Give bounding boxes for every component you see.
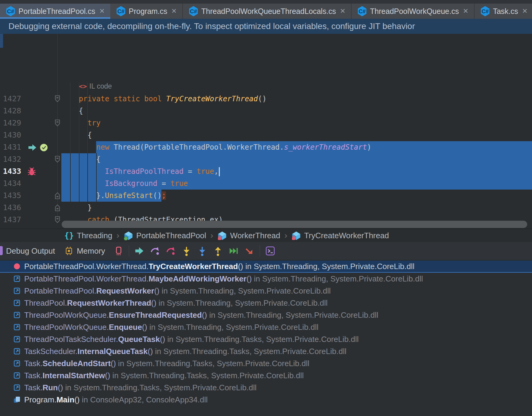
frame-text: Task.InternalStartNew() in System.Thread… [24, 371, 304, 380]
line-number-1432: 1432 [0, 153, 21, 165]
fold-marker-icon[interactable] [54, 155, 60, 164]
chevron-right-icon: › [116, 231, 119, 240]
code-token: } [87, 203, 92, 212]
code-line-1434: IsBackground = true [61, 177, 188, 190]
breadcrumb: {}Threading› PortableThreadPool› WorkerT… [64, 231, 389, 240]
external-source-icon [13, 311, 21, 319]
clipped-panel-icon [0, 246, 3, 255]
frame-assembly-suffix: in System.Threading.Tasks, System.Privat… [116, 359, 309, 368]
notification-message: Debugging external code, decompiling on-… [8, 21, 415, 31]
code-line-1431: new Thread(PortableThreadPool.WorkerThre… [61, 141, 371, 153]
code-line-1428: { [61, 105, 83, 117]
code-token: new [96, 143, 109, 151]
stack-frame-row[interactable]: PortableThreadPool.RequestWorker() in Sy… [0, 285, 532, 297]
code-token: = [183, 167, 196, 176]
fold-marker-icon[interactable] [54, 95, 60, 104]
external-source-icon [13, 384, 21, 391]
class-icon [217, 231, 227, 240]
stack-frame-row[interactable]: Task.ScheduleAndStart() in System.Thread… [0, 357, 532, 369]
code-editor[interactable]: <> IL code private static bool TryCreate… [0, 34, 532, 229]
external-source-icon [13, 336, 21, 343]
smart-step-into-icon[interactable] [197, 245, 208, 257]
fold-marker-icon[interactable] [54, 204, 60, 213]
breadcrumb-item-WorkerThread[interactable]: WorkerThread [217, 231, 280, 240]
force-step-over-icon[interactable] [165, 245, 176, 257]
line-number-1430: 1430 [0, 129, 21, 141]
close-icon[interactable]: ✕ [99, 7, 105, 15]
class-icon [124, 231, 133, 240]
toolbar-separator [129, 245, 129, 257]
frame-method-name: MaybeAddWorkingWorker [148, 274, 246, 283]
step-into-icon[interactable] [181, 245, 192, 257]
tab-debug-output[interactable]: Debug Output [6, 246, 55, 256]
tab-PortableThreadPool-cs[interactable]: C#PortableThreadPool.cs✕ [0, 4, 110, 19]
frame-method-name: RequestWorker [96, 286, 154, 295]
memory-icon [63, 245, 74, 257]
code-token: TryCreateWorkerThread [166, 95, 258, 103]
step-out-icon[interactable] [212, 245, 223, 257]
current-frame-icon [13, 263, 21, 270]
fold-marker-icon[interactable] [54, 119, 60, 128]
stack-frame-row[interactable]: PortableThreadPool.WorkerThread.MaybeAdd… [0, 273, 532, 285]
frame-assembly-suffix: in ConsoleApp32, ConsoleApp34.dll [79, 395, 208, 404]
external-source-icon [13, 372, 21, 379]
frame-parens: () [58, 383, 63, 392]
frames-view-icon[interactable] [113, 245, 124, 257]
stack-frame-row[interactable]: ThreadPool.RequestWorkerThread() in Syst… [0, 297, 532, 309]
tab-Program-cs[interactable]: C#Program.cs✕ [110, 4, 183, 19]
code-token: private static bool [79, 95, 166, 103]
fold-marker-icon[interactable] [54, 216, 60, 225]
stack-frame-row[interactable]: TaskScheduler.InternalQueueTask() in Sys… [0, 345, 532, 357]
tab-label: Program.cs [129, 7, 167, 16]
frame-parens: () [247, 274, 252, 283]
run-to-cursor-icon[interactable] [228, 245, 239, 257]
stack-frame-row[interactable]: Task.InternalStartNew() in System.Thread… [0, 369, 532, 382]
tab-memory[interactable]: Memory [77, 246, 105, 256]
frame-text: PortableThreadPool.WorkerThread.MaybeAdd… [24, 274, 423, 284]
stack-frame-row[interactable]: PortableThreadPool.WorkerThread.TryCreat… [0, 261, 532, 273]
code-line-1430: { [61, 129, 92, 141]
code-token: , [214, 167, 218, 176]
chevron-right-icon: › [284, 231, 287, 240]
frame-method-name: Main [57, 395, 74, 404]
tab-Task-cs[interactable]: C#Task.cs✕ [475, 4, 532, 19]
bug-breakpoint-icon[interactable] [27, 167, 36, 176]
frame-text: Program.Main() in ConsoleApp32, ConsoleA… [24, 395, 208, 405]
show-execution-point-icon[interactable] [134, 245, 145, 257]
il-code-inlay-hint[interactable]: <> IL code [79, 81, 112, 92]
close-icon[interactable]: ✕ [340, 7, 345, 15]
stack-frame-row[interactable]: Task.Run() in System.Threading.Tasks, Sy… [0, 382, 532, 394]
csharp-file-icon: C# [116, 5, 126, 17]
tab-ThreadPoolWorkQueueThreadLocals-cs[interactable]: C#ThreadPoolWorkQueueThreadLocals.cs✕ [183, 4, 352, 19]
tab-ThreadPoolWorkQueue-cs[interactable]: C#ThreadPoolWorkQueue.cs✕ [352, 4, 475, 19]
code-token: }. [96, 191, 105, 200]
csharp-file-icon: C# [480, 5, 490, 17]
close-icon[interactable]: ✕ [522, 7, 527, 15]
force-run-to-cursor-icon[interactable] [244, 245, 255, 257]
stack-frame-row[interactable]: ThreadPoolWorkQueue.EnsureThreadRequeste… [0, 309, 532, 321]
stack-frame-row[interactable]: ThreadPoolTaskScheduler.QueueTask() in S… [0, 333, 532, 345]
breadcrumb-item-Threading[interactable]: {}Threading [64, 231, 112, 240]
execution-pointer-icon [28, 143, 37, 152]
step-over-icon[interactable] [150, 245, 161, 257]
open-console-icon[interactable] [265, 245, 276, 257]
fold-marker-icon[interactable] [54, 192, 60, 201]
stack-frame-row[interactable]: Program.Main() in ConsoleApp32, ConsoleA… [0, 394, 532, 406]
text-caret [219, 167, 220, 176]
ide-window: C#PortableThreadPool.cs✕C#Program.cs✕C#T… [0, 0, 532, 416]
code-token: { [96, 155, 100, 164]
breadcrumb-item-PortableThreadPool[interactable]: PortableThreadPool [124, 231, 206, 240]
breakpoint-verified-icon[interactable] [39, 143, 48, 152]
code-token: () [258, 95, 267, 103]
breadcrumb-item-TryCreateWorkerThread[interactable]: TryCreateWorkerThread [291, 231, 389, 240]
close-icon[interactable]: ✕ [171, 7, 177, 15]
close-icon[interactable]: ✕ [463, 7, 468, 15]
breadcrumb-label: WorkerThread [230, 231, 280, 240]
frame-class-prefix: Program. [24, 395, 57, 404]
line-number-1428: 1428 [0, 105, 21, 117]
frame-parens: () [160, 335, 165, 344]
frame-parens: () [74, 395, 79, 404]
horizontal-scrollbar[interactable] [62, 221, 527, 228]
stack-frame-row[interactable]: ThreadPoolWorkQueue.Enqueue() in System.… [0, 321, 532, 333]
tab-label: PortableThreadPool.cs [18, 7, 95, 16]
